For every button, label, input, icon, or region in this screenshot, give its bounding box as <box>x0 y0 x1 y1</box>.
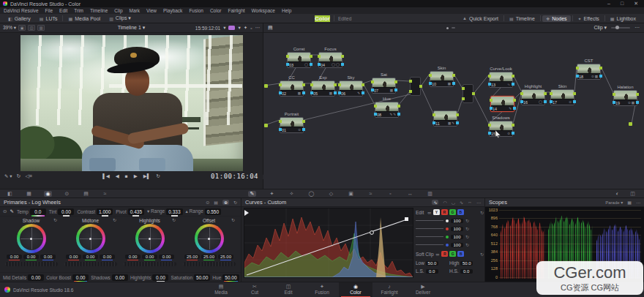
output-port[interactable] <box>513 99 516 102</box>
mixer-input-port[interactable] <box>409 80 412 83</box>
clip-color-flag-icon[interactable] <box>228 26 235 30</box>
param-value[interactable]: 1.000 <box>97 208 113 215</box>
node-mode-select[interactable]: Clip ▾ <box>594 25 607 31</box>
soft-clip-green-icon[interactable]: G <box>449 251 456 257</box>
node-04-focus[interactable]: Focus04◯◯ <box>318 46 342 68</box>
hue-vs-sat-icon[interactable]: ◡ <box>452 200 455 205</box>
input-port[interactable] <box>488 124 491 127</box>
param-value[interactable]: 50.00 <box>222 274 239 281</box>
highlight-toggle-icon[interactable]: ◐ <box>613 191 621 197</box>
input-port-blue[interactable] <box>488 83 491 86</box>
lut-browser-icon[interactable]: ▦ <box>25 191 33 197</box>
source-input-port[interactable] <box>264 124 268 127</box>
skip-start-icon[interactable]: ▌◀ <box>102 173 110 179</box>
input-port[interactable] <box>613 93 615 96</box>
menu-fairlight[interactable]: Fairlight <box>228 8 244 13</box>
node-body[interactable]: 07▦ <box>372 78 396 94</box>
output-port-blue[interactable] <box>636 101 639 104</box>
output-port[interactable] <box>573 92 576 95</box>
scope-options-icon[interactable]: ⋯ <box>636 200 640 205</box>
node-body[interactable]: 04◯◯ <box>318 52 342 68</box>
wheel-reset-icon[interactable]: ↻ <box>53 217 57 222</box>
channel-red-button[interactable]: R <box>441 209 448 215</box>
key-icon[interactable]: ▫ <box>386 191 394 197</box>
picker-icon[interactable]: ✎ <box>10 208 13 214</box>
qualifier-icon[interactable]: ✧ <box>288 191 296 197</box>
channel-blue-button[interactable]: B <box>457 209 464 215</box>
input-port[interactable] <box>576 67 579 69</box>
input-port[interactable] <box>488 75 491 78</box>
input-port[interactable] <box>310 83 313 86</box>
soft-clip-red-icon[interactable]: R <box>441 251 448 257</box>
input-port-blue[interactable] <box>576 75 579 78</box>
node-canvas[interactable]: Portrait01⊙CC02▦Const03◯Focus04◯◯Exp05▦S… <box>263 33 644 189</box>
mixer-output-port[interactable] <box>419 85 422 88</box>
edit-reset-icon[interactable]: ↻ <box>480 210 484 215</box>
node-body[interactable]: 17⊙ <box>550 89 574 105</box>
param-value[interactable]: 0.0 <box>30 208 46 215</box>
mixer-body[interactable] <box>463 84 473 103</box>
node-19-halation[interactable]: Halation19⊙▦ <box>613 84 637 106</box>
mixer-output-port[interactable] <box>472 92 475 95</box>
input-port-blue[interactable] <box>490 107 493 110</box>
node-body[interactable]: 19⊙▦ <box>613 90 637 106</box>
menu-davinci-resolve[interactable]: DaVinci Resolve <box>4 8 39 13</box>
output-port-blue[interactable] <box>513 107 516 110</box>
input-port[interactable] <box>429 74 432 77</box>
output-port[interactable] <box>512 75 514 78</box>
node-01-portrait[interactable]: Portrait01⊙ <box>280 111 304 133</box>
output-port[interactable] <box>334 83 337 86</box>
channel-value[interactable]: 100 <box>451 219 463 223</box>
menu-file[interactable]: File <box>45 8 53 13</box>
node-13-curve-look[interactable]: Curve/Look13∿ <box>489 66 513 88</box>
node-body[interactable]: 05▦ <box>311 80 335 97</box>
mixer-input-port[interactable] <box>462 87 465 90</box>
toolbar-nodes-button[interactable]: ❖Nodes <box>542 15 571 22</box>
stop-icon[interactable]: ■ <box>125 173 128 179</box>
channel-slider[interactable] <box>416 228 443 229</box>
wheel-value[interactable]: 25.00 <box>184 255 200 259</box>
input-port-blue[interactable] <box>371 89 374 91</box>
loop-mode-icon[interactable]: ↻ <box>17 173 21 179</box>
input-port[interactable] <box>371 80 374 83</box>
menu-edit[interactable]: Edit <box>59 8 67 13</box>
input-port[interactable] <box>279 120 282 123</box>
input-port-blue[interactable] <box>279 91 282 94</box>
output-port[interactable] <box>302 120 305 123</box>
blur-icon[interactable]: ≈ <box>367 191 375 197</box>
channel-slider[interactable] <box>416 236 443 237</box>
output-port-blue[interactable] <box>452 82 455 85</box>
param-value[interactable]: 50.00 <box>194 274 210 281</box>
page-tab-color[interactable]: ◉Color <box>339 282 372 297</box>
wheel-reset-icon[interactable]: ↻ <box>113 217 116 222</box>
input-port-blue[interactable] <box>286 63 289 66</box>
input-port-blue[interactable] <box>338 91 341 94</box>
grade-wand-icon[interactable]: ✦ <box>244 25 247 31</box>
node-body[interactable]: 08✎✎ <box>375 102 399 118</box>
input-port[interactable] <box>433 113 435 116</box>
node-09[interactable] <box>410 77 421 96</box>
input-port-blue[interactable] <box>520 100 523 103</box>
input-port-blue[interactable] <box>374 113 377 116</box>
node-body[interactable]: 03◯ <box>287 52 311 68</box>
node-14[interactable]: 14✎ <box>490 90 514 112</box>
gallery-stills-icon[interactable]: ◧ <box>6 191 14 197</box>
scope-expand-icon[interactable]: ▦ <box>627 200 632 205</box>
audio-mute-icon[interactable]: ◁≡ <box>25 173 31 179</box>
wheel-value[interactable]: 0.00 <box>40 255 56 259</box>
menu-help[interactable]: Help <box>282 8 291 13</box>
output-port[interactable] <box>302 83 305 86</box>
node-body[interactable]: 10▦ <box>430 71 454 87</box>
split-view-icon[interactable]: ◫ <box>28 25 35 31</box>
input-port-blue[interactable] <box>433 121 435 124</box>
bars-mode-icon[interactable]: ▤ <box>214 200 218 205</box>
output-port[interactable] <box>636 93 639 96</box>
input-port-blue[interactable] <box>429 82 432 85</box>
wheel-value[interactable]: 0.00 <box>23 255 39 259</box>
node-body[interactable]: 18⊙▦ <box>577 64 601 80</box>
close-icon[interactable]: ✕ <box>634 1 638 7</box>
soft-clip-value[interactable]: 50.0 <box>460 261 473 266</box>
output-port[interactable] <box>362 83 364 86</box>
channel-green-button[interactable]: G <box>449 209 456 215</box>
zoom-select[interactable]: 39% ▾ <box>3 25 16 31</box>
